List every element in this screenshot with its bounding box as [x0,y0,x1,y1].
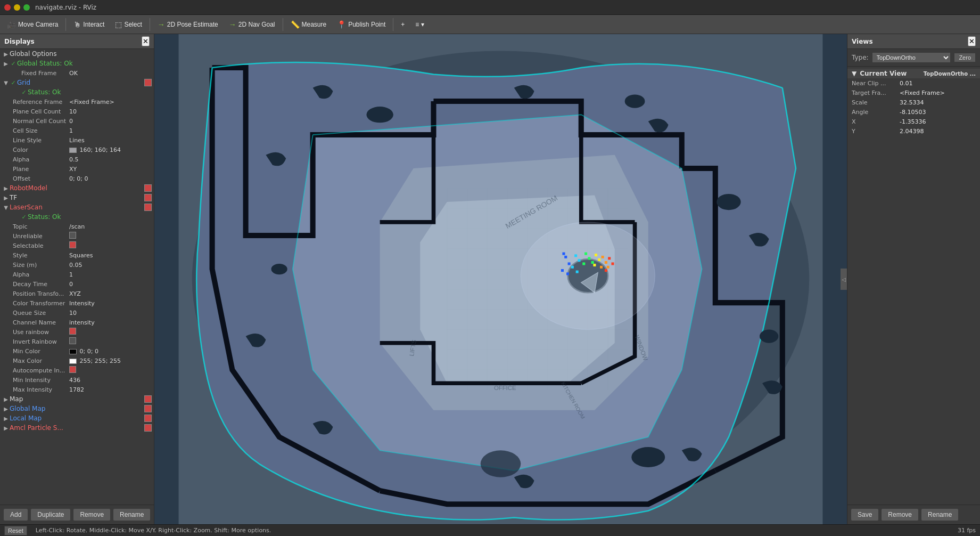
robotmodel-arrow[interactable]: ▶ [2,185,10,191]
crosshair-button[interactable]: + [396,18,409,31]
grid-linestyle-row[interactable]: Line Style Lines [0,135,154,145]
displays-scroll-area[interactable]: ▶ Global Options ▶ ✓ Global Status: Ok F… [0,49,154,505]
amcl-arrow[interactable]: ▶ [2,425,10,431]
grid-planecount-row[interactable]: Plane Cell Count 10 [0,107,154,116]
grid-normalcount-row[interactable]: Normal Cell Count 0 [0,116,154,126]
map-item[interactable]: ▶ Map [0,394,154,404]
global-map-checkbox[interactable] [144,405,152,412]
laser-selectable-row[interactable]: Selectable [0,241,154,250]
pose-estimate-button[interactable]: → 2D Pose Estimate [153,18,223,31]
measure-button[interactable]: 📏 Measure [286,18,332,31]
laser-minint-row[interactable]: Min Intensity 436 [0,375,154,385]
laser-decay-row[interactable]: Decay Time 0 [0,279,154,289]
reset-button[interactable]: Reset [4,526,27,535]
robotmodel-item[interactable]: ▶ RobotModel [0,183,154,193]
fixed-frame-row[interactable]: Fixed Frame OK [0,68,154,78]
laser-rainbow-row[interactable]: Use rainbow [0,327,154,337]
global-status-item[interactable]: ▶ ✓ Global Status: Ok [0,59,154,68]
laser-rainbow-label: Use rainbow [0,329,69,336]
laser-invert-checkbox[interactable] [69,337,76,344]
duplicate-display-button[interactable]: Duplicate [30,508,71,521]
remove-display-button[interactable]: Remove [73,508,111,521]
tf-item[interactable]: ▶ TF [0,193,154,202]
3d-view[interactable]: MEETING ROOM WINDOW LIFTS OFFICE KITCHEN… [154,34,847,524]
laser-autocompute-checkbox[interactable] [69,366,76,373]
views-x-row[interactable]: X -1.35336 [847,117,980,126]
dropdown-button[interactable]: ≡ ▾ [410,18,429,31]
global-options-arrow[interactable]: ▶ [2,51,10,57]
global-map-item[interactable]: ▶ Global Map [0,404,154,413]
laser-postrans-row[interactable]: Position Transfo... XYZ [0,289,154,298]
views-targetframe-row[interactable]: Target Fra... <Fixed Frame> [847,88,980,98]
laser-selectable-checkbox[interactable] [69,241,76,248]
laser-channel-row[interactable]: Channel Name intensity [0,318,154,327]
displays-close-button[interactable]: ✕ [142,36,150,46]
robotmodel-checkbox[interactable] [144,184,152,192]
laser-autocompute-row[interactable]: Autocompute In... [0,366,154,375]
amcl-checkbox[interactable] [144,424,152,432]
laser-size-row[interactable]: Size (m) 0.05 [0,260,154,270]
views-type-select[interactable]: TopDownOrtho [872,52,951,63]
laserscan-item[interactable]: ▼ LaserScan [0,202,154,212]
laser-status-item[interactable]: ✓ Status: Ok [0,212,154,222]
laser-mincolor-swatch[interactable] [69,349,77,354]
laser-maxcolor-swatch[interactable] [69,359,77,364]
map-arrow[interactable]: ▶ [2,396,10,402]
view-splitter[interactable]: ◁ [841,269,847,290]
laserscan-checkbox[interactable] [144,204,152,211]
global-map-arrow[interactable]: ▶ [2,406,10,412]
global-options-item[interactable]: ▶ Global Options [0,49,154,59]
select-button[interactable]: ⬚ Select [110,18,146,31]
local-map-item[interactable]: ▶ Local Map [0,413,154,423]
laser-rainbow-checkbox[interactable] [69,328,76,335]
views-y-row[interactable]: Y 2.04398 [847,126,980,136]
amcl-item[interactable]: ▶ Amcl Particle S... [0,423,154,433]
local-map-arrow[interactable]: ▶ [2,416,10,421]
grid-item[interactable]: ▼ ✓ Grid [0,78,154,87]
laser-alpha-row[interactable]: Alpha 1 [0,270,154,279]
laser-unreliable-row[interactable]: Unreliable [0,231,154,241]
remove-view-button[interactable]: Remove [881,508,919,521]
rename-display-button[interactable]: Rename [113,508,151,521]
laser-mincolor-row[interactable]: Min Color 0; 0; 0 [0,346,154,356]
views-scale-row[interactable]: Scale 32.5334 [847,98,980,107]
local-map-checkbox[interactable] [144,415,152,422]
grid-cellsize-row[interactable]: Cell Size 1 [0,126,154,135]
views-close-button[interactable]: ✕ [968,36,976,46]
laser-queuesize-row[interactable]: Queue Size 10 [0,308,154,318]
laser-invert-row[interactable]: Invert Rainbow [0,337,154,346]
grid-color-swatch[interactable] [69,148,77,153]
grid-refframe-row[interactable]: Reference Frame <Fixed Frame> [0,97,154,107]
map-checkbox[interactable] [144,395,152,403]
add-display-button[interactable]: Add [3,508,28,521]
laser-topic-row[interactable]: Topic /scan [0,222,154,231]
minimize-window-button[interactable] [14,4,20,11]
laser-colortrans-row[interactable]: Color Transformer Intensity [0,298,154,308]
grid-arrow[interactable]: ▼ [2,80,10,86]
move-camera-button[interactable]: 🎥 Move Camera [2,18,63,31]
views-zero-button[interactable]: Zero [954,53,976,62]
publish-point-button[interactable]: 📍 Publish Point [332,18,390,31]
laser-unreliable-checkbox[interactable] [69,232,76,239]
grid-offset-row[interactable]: Offset 0; 0; 0 [0,174,154,183]
laser-maxint-row[interactable]: Max Intensity 1782 [0,385,154,394]
grid-alpha-row[interactable]: Alpha 0.5 [0,155,154,164]
rename-view-button[interactable]: Rename [921,508,959,521]
nav-goal-button[interactable]: → 2D Nav Goal [224,18,280,31]
tf-checkbox[interactable] [144,194,152,201]
save-view-button[interactable]: Save [851,508,879,521]
interact-button[interactable]: 🖱 Interact [69,18,109,31]
laser-maxcolor-row[interactable]: Max Color 255; 255; 255 [0,356,154,366]
global-status-arrow[interactable]: ▶ [2,61,10,67]
close-window-button[interactable] [4,4,11,11]
maximize-window-button[interactable] [23,4,30,11]
grid-checkbox[interactable] [144,79,152,86]
grid-color-row[interactable]: Color 160; 160; 164 [0,145,154,155]
laserscan-arrow[interactable]: ▼ [2,205,10,210]
laser-style-row[interactable]: Style Squares [0,250,154,260]
tf-arrow[interactable]: ▶ [2,195,10,201]
grid-status-item[interactable]: ✓ Status: Ok [0,87,154,97]
views-angle-row[interactable]: Angle -8.10503 [847,107,980,117]
grid-plane-row[interactable]: Plane XY [0,164,154,174]
views-nearclip-row[interactable]: Near Clip ... 0.01 [847,78,980,88]
